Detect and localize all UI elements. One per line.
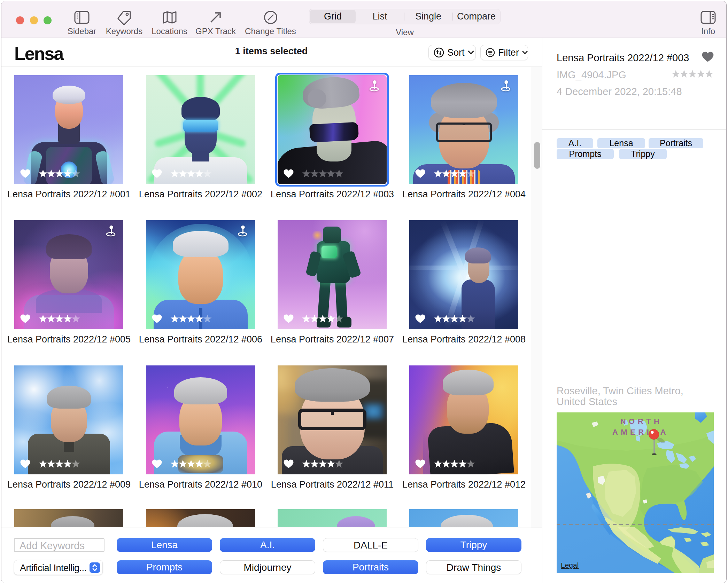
svg-text:Legal: Legal: [561, 561, 579, 569]
svg-text:AMERICA: AMERICA: [612, 428, 669, 436]
svg-text:NORTH: NORTH: [620, 417, 663, 426]
